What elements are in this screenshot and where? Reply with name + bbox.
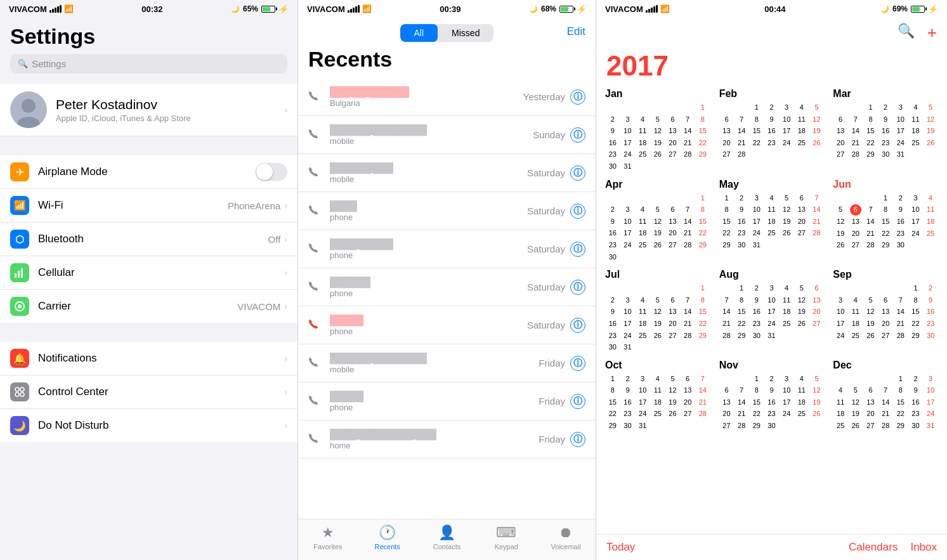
bar2 [52,9,54,13]
battery-icon-2 [559,6,573,13]
inbox-button[interactable]: Inbox [910,541,937,554]
call-item-4[interactable]: ████ phone Saturday ⓘ [298,192,596,230]
call-item-2[interactable]: ██████ ████████ mobile Sunday ⓘ [298,116,596,154]
cellular-item[interactable]: Cellular › [0,256,297,290]
info-btn-3[interactable]: ⓘ [570,166,585,181]
segment-control[interactable]: All Missed [400,24,494,42]
carrier-svg [14,301,25,312]
control-center-item[interactable]: Control Center › [0,375,297,409]
settings-search[interactable]: 🔍 Settings [10,54,287,74]
tab-contacts[interactable]: 👤 Contacts [417,524,477,550]
notifications-item[interactable]: 🔔 Notifications › [0,342,297,375]
search-icon: 🔍 [18,59,28,68]
tab-keypad[interactable]: ⌨ Keypad [476,524,536,550]
tab-contacts-label: Contacts [433,543,460,550]
info-btn-1[interactable]: ⓘ [570,89,585,105]
call-item-3[interactable]: ██████ ███ mobile Saturday ⓘ [298,154,596,192]
carrier-label: Carrier [38,300,237,313]
call-time-5: Saturday [527,244,565,254]
dnd-chevron: › [284,420,287,431]
calendars-button[interactable]: Calendars [849,541,898,554]
status-left-2: VIVACOM 📶 [307,4,372,14]
bar3-2 [353,8,355,13]
battery-fill-1 [263,7,270,11]
call-info-7: █████ phone [330,315,527,336]
call-name-8: ██████ ████████ [330,353,539,363]
day-grid-mar: 12345 6789101112 13141516171819 20212223… [833,102,938,160]
profile-avatar [10,91,47,128]
call-item-7[interactable]: █████ phone Saturday ⓘ [298,306,596,344]
tab-recents[interactable]: 🕐 Recents [358,524,417,550]
info-btn-5[interactable]: ⓘ [570,242,585,257]
info-btn-4[interactable]: ⓘ [570,204,585,219]
call-type-2: mobile [330,136,533,146]
bar1-3 [646,10,648,13]
month-name-dec: Dec [833,360,938,371]
tab-voicemail[interactable]: ⏺ Voicemail [536,524,596,550]
tab-favorites[interactable]: ★ Favorites [298,524,358,550]
info-btn-10[interactable]: ⓘ [570,432,585,447]
status-bar-2: VIVACOM 📶 00:39 🌙 68% ⚡ [298,0,596,18]
battery-fill-2 [561,7,568,11]
month-name-mar: Mar [833,88,938,100]
month-name-may: May [719,179,825,190]
month-name-apr: Apr [605,179,710,190]
bar4 [57,6,59,13]
call-time-col-4: Saturday ⓘ [527,204,585,219]
month-jan: Jan 1 2345678 9101112131415 161718192021… [603,88,713,173]
today-button[interactable]: Today [606,541,635,554]
status-left-1: VIVACOM 📶 [9,4,74,14]
call-item-8[interactable]: ██████ ████████ mobile Friday ⓘ [298,344,596,382]
segment-missed[interactable]: Missed [438,24,493,42]
notifications-label: Notifications [38,352,284,365]
call-info-2: ██████ ████████ mobile [330,124,533,146]
call-info-9: █████ phone [330,391,539,412]
search-cal-icon[interactable]: 🔍 [898,23,915,42]
search-placeholder: Settings [32,58,66,69]
segment-all[interactable]: All [400,24,438,42]
info-btn-2[interactable]: ⓘ [570,127,585,143]
bluetooth-item[interactable]: ⬡ Bluetooth Off › [0,223,297,256]
edit-button[interactable]: Edit [567,25,585,38]
call-item-6[interactable]: ██████ phone Saturday ⓘ [298,268,596,306]
bar4-3 [653,6,655,13]
call-list: ███ ██ ██████ Bulgaria Yesterday ⓘ █████… [298,78,596,537]
recents-icon: 🕐 [379,524,396,541]
call-name-2: ██████ ████████ [330,124,533,135]
control-svg [14,386,25,398]
info-btn-8[interactable]: ⓘ [570,356,585,371]
calendar-grid: Jan 1 2345678 9101112131415 161718192021… [596,88,947,432]
battery-pct-2: 68% [541,4,556,13]
carrier-3: VIVACOM [605,4,643,14]
call-item-10[interactable]: ████ ████████ ███ home Friday ⓘ [298,420,596,459]
call-item-1[interactable]: ███ ██ ██████ Bulgaria Yesterday ⓘ [298,78,596,116]
day-grid-nov: 12345 6789101112 13141516171819 20212223… [719,374,825,432]
profile-item[interactable]: Peter Kostadinov Apple ID, iCloud, iTune… [0,84,297,136]
add-event-icon[interactable]: + [927,23,937,42]
info-btn-7[interactable]: ⓘ [570,318,585,333]
airplane-mode-item[interactable]: ✈ Airplane Mode [0,155,297,189]
svg-point-12 [20,393,24,396]
dnd-item[interactable]: 🌙 Do Not Disturb › [0,409,297,442]
month-oct: Oct 1234567 891011121314 15161718192021 … [603,360,713,432]
call-item-5[interactable]: ████ █████ phone Saturday ⓘ [298,230,596,268]
tab-voicemail-label: Voicemail [551,543,581,550]
call-item-9[interactable]: █████ phone Friday ⓘ [298,382,596,420]
call-time-col-2: Sunday ⓘ [533,127,585,143]
wifi-item[interactable]: 📶 Wi-Fi PhoneArena › [0,189,297,223]
airplane-toggle[interactable] [256,163,287,181]
bluetooth-label: Bluetooth [38,233,268,245]
cal-footer: Today Calendars Inbox [596,534,947,560]
call-phone-icon-9 [308,395,323,408]
recents-header: All Missed Edit [298,18,596,42]
notifications-icon: 🔔 [10,349,29,368]
bar5-3 [656,5,658,13]
carrier-item[interactable]: Carrier VIVACOM › [0,290,297,323]
bar2-2 [350,9,352,13]
month-name-oct: Oct [605,360,710,371]
info-btn-6[interactable]: ⓘ [570,280,585,295]
svg-rect-5 [21,268,23,278]
info-btn-9[interactable]: ⓘ [570,394,585,409]
call-info-5: ████ █████ phone [330,238,527,260]
call-time-1: Yesterday [523,91,565,102]
